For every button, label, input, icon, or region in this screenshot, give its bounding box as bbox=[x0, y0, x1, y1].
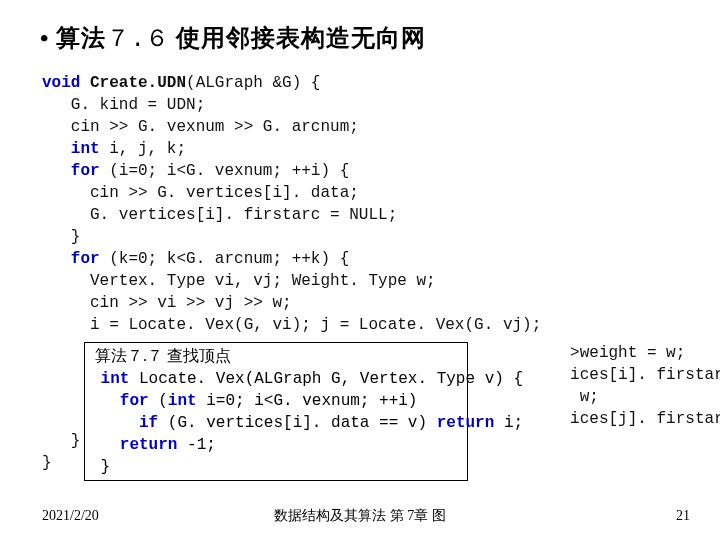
kw-int: int bbox=[91, 370, 129, 388]
overlay-caption: 算法７.７ 查找顶点 bbox=[91, 347, 231, 364]
kw-void: void bbox=[42, 74, 80, 92]
code-text: (k=0; k<G. arcnum; ++k) { bbox=[100, 250, 350, 268]
kw-for: for bbox=[42, 162, 100, 180]
code-line: Vertex. Type vi, vj; Weight. Type w; bbox=[42, 272, 436, 290]
kw-int: int bbox=[168, 392, 197, 410]
kw-for: for bbox=[42, 250, 100, 268]
slide-title: • 算法７.６ 使用邻接表构造无向网 bbox=[40, 22, 690, 54]
code-line: cin >> G. vexnum >> G. arcnum; bbox=[42, 118, 359, 136]
code-line: } bbox=[42, 432, 80, 450]
kw-for: for bbox=[91, 392, 149, 410]
code-text: (ALGraph &G) { bbox=[186, 74, 320, 92]
code-line: G. kind = UDN; bbox=[42, 96, 205, 114]
footer-center: 数据结构及其算法 第 7章 图 bbox=[0, 507, 720, 525]
code-text: i=0; i<G. vexnum; ++i) bbox=[197, 392, 418, 410]
footer: 2021/2/20 数据结构及其算法 第 7章 图 21 bbox=[0, 508, 720, 524]
kw-if: if bbox=[91, 414, 158, 432]
code-text: i; bbox=[494, 414, 523, 432]
code-line: cin >> G. vertices[i]. data; bbox=[42, 184, 359, 202]
kw-return: return bbox=[437, 414, 495, 432]
kw-int: int bbox=[42, 140, 100, 158]
code-block-main: void Create.UDN(ALGraph &G) { G. kind = … bbox=[42, 72, 690, 336]
code-text: -1; bbox=[177, 436, 215, 454]
title-prefix: 算法 bbox=[56, 25, 106, 51]
bullet: • bbox=[40, 25, 49, 51]
code-text: ( bbox=[149, 392, 168, 410]
code-line: G. vertices[i]. firstarc = NULL; bbox=[42, 206, 397, 224]
code-line: i = Locate. Vex(G, vi); j = Locate. Vex(… bbox=[42, 316, 541, 334]
code-text: (i=0; i<G. vexnum; ++i) { bbox=[100, 162, 350, 180]
code-line: } bbox=[91, 458, 110, 476]
code-line: } bbox=[42, 228, 80, 246]
slide: • 算法７.６ 使用邻接表构造无向网 void Create.UDN(ALGra… bbox=[0, 0, 720, 540]
title-number: ７.６ bbox=[106, 26, 168, 53]
fn-name: Create.UDN bbox=[80, 74, 186, 92]
overlay-box: 算法７.７ 查找顶点 int Locate. Vex(ALGraph G, Ve… bbox=[84, 342, 468, 481]
code-text: i, j, k; bbox=[100, 140, 186, 158]
code-line: } bbox=[42, 454, 52, 472]
code-text: Locate. Vex(ALGraph G, Vertex. Type v) { bbox=[129, 370, 523, 388]
code-text: (G. vertices[i]. data == v) bbox=[158, 414, 436, 432]
kw-return: return bbox=[91, 436, 177, 454]
code-line: cin >> vi >> vj >> w; bbox=[42, 294, 292, 312]
title-rest: 使用邻接表构造无向网 bbox=[169, 25, 426, 51]
